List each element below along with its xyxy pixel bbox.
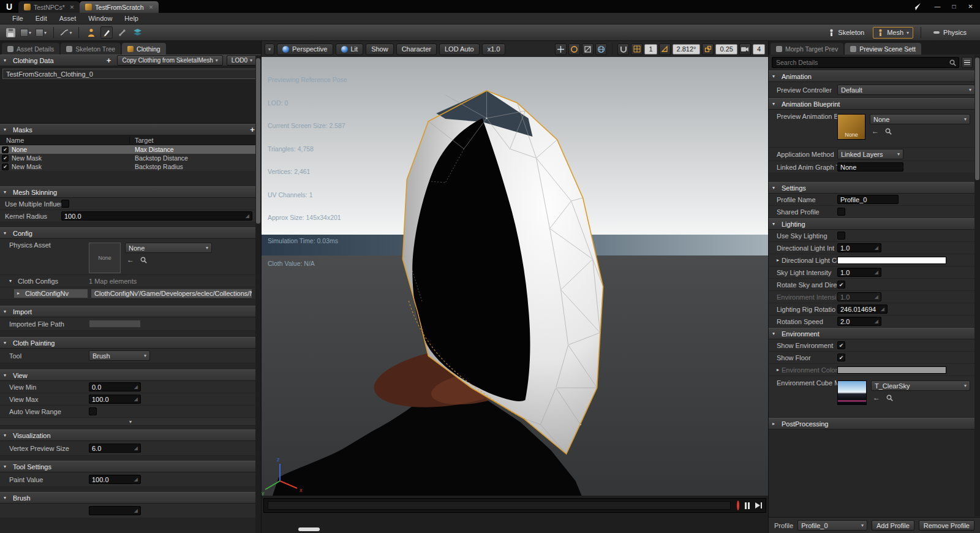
browse-icon[interactable]: [140, 257, 147, 263]
view-max-input[interactable]: 100.0◢: [89, 395, 141, 404]
vertex-preview-size-input[interactable]: 6.0◢: [89, 444, 141, 453]
expander-icon[interactable]: ▾: [9, 278, 15, 284]
copy-clothing-button[interactable]: Copy Clothing from SkeletalMesh ▾: [117, 55, 222, 66]
surface-snap-button[interactable]: [617, 43, 629, 55]
character-menu-button[interactable]: Character: [396, 43, 437, 55]
close-icon[interactable]: ✕: [149, 4, 154, 10]
advanced-expander[interactable]: ▾: [0, 418, 261, 426]
kernel-radius-input[interactable]: 100.0 ◢: [61, 211, 252, 221]
curves-dropdown[interactable]: ▾: [60, 26, 72, 39]
coordinate-space-button[interactable]: [595, 43, 607, 55]
add-profile-button[interactable]: Add Profile: [872, 520, 914, 531]
camera-speed-value[interactable]: 4: [753, 44, 765, 55]
sky-light-intensity-input[interactable]: 1.0◢: [837, 268, 881, 277]
show-menu-button[interactable]: Show: [366, 43, 394, 55]
preview-controller-dropdown[interactable]: Default ▾: [837, 85, 975, 95]
remove-profile-button[interactable]: Remove Profile: [919, 520, 974, 531]
rotation-snap-toggle[interactable]: [659, 43, 671, 55]
config-header[interactable]: ▾ Config: [0, 227, 261, 239]
shared-profile-checkbox[interactable]: [837, 208, 845, 216]
browse-asset-dropdown[interactable]: ▾: [20, 26, 32, 39]
mode-skeleton-button[interactable]: Skeleton: [824, 27, 869, 39]
mask-row[interactable]: ✔ None Max Distance: [0, 145, 261, 154]
show-environment-checkbox[interactable]: ✔: [837, 341, 845, 349]
rotation-speed-input[interactable]: 2.0◢: [837, 317, 881, 326]
menu-asset[interactable]: Asset: [53, 13, 83, 23]
clothing-asset-item[interactable]: TestFromScratch_Clothing_0: [2, 69, 258, 79]
tool-dropdown[interactable]: Brush ▾: [89, 350, 150, 361]
minimize-button[interactable]: —: [929, 1, 946, 12]
cloth-config-key[interactable]: ▸ ClothConfigNv: [13, 289, 88, 298]
directional-light-intensity-input[interactable]: 1.0◢: [837, 243, 881, 252]
cloth-configs-row[interactable]: ▾ Cloth Configs 1 Map elements: [0, 275, 261, 287]
preview-mesh-dropdown[interactable]: ▾: [35, 26, 47, 39]
viewport-3d-canvas[interactable]: x y z Previewing Reference Pose LOD: 0 C…: [262, 57, 768, 496]
brush-radius-input[interactable]: ◢: [89, 506, 141, 515]
view-min-input[interactable]: 0.0◢: [89, 382, 141, 391]
close-window-button[interactable]: ✕: [962, 1, 979, 12]
masks-header[interactable]: ▾ Masks +: [0, 124, 261, 135]
environment-cubemap-thumbnail[interactable]: [837, 380, 867, 405]
view-header[interactable]: ▾ View: [0, 369, 261, 381]
environment-cubemap-dropdown[interactable]: T_ClearSky ▾: [871, 380, 970, 391]
lod-auto-button[interactable]: LOD Auto: [439, 43, 480, 55]
scale-snap-toggle[interactable]: [702, 43, 714, 55]
search-details-input[interactable]: [772, 57, 959, 68]
browse-icon[interactable]: [885, 128, 892, 135]
cloth-config-value[interactable]: ClothConfigNv'/Game/Developers/eclec/Col…: [91, 289, 252, 298]
pause-button[interactable]: [745, 502, 750, 509]
environment-header[interactable]: ▾ Environment: [769, 328, 980, 339]
profile-dropdown[interactable]: Profile_0 ▾: [797, 520, 867, 531]
visualization-header[interactable]: ▾ Visualization: [0, 429, 261, 441]
asset-tab-testfromscratch[interactable]: TestFromScratch ✕: [80, 1, 159, 13]
tool-settings-header[interactable]: ▾ Tool Settings: [0, 461, 261, 472]
close-icon[interactable]: ✕: [70, 4, 75, 10]
paint-value-input[interactable]: 100.0◢: [89, 475, 141, 484]
scrollbar-thumb[interactable]: [975, 58, 979, 180]
grid-snap-value[interactable]: 1: [644, 44, 657, 55]
browse-icon[interactable]: [886, 395, 893, 401]
cloth-paint-toggle[interactable]: [100, 26, 113, 39]
mask-enabled-checkbox[interactable]: ✔: [2, 164, 9, 170]
left-panel-scrollbar[interactable]: [255, 55, 261, 533]
character-preview-button[interactable]: [85, 26, 97, 39]
profile-name-input[interactable]: Profile_0: [837, 195, 899, 204]
linked-anim-graph-value[interactable]: None: [837, 162, 903, 172]
step-forward-button[interactable]: [755, 502, 762, 508]
use-selected-icon[interactable]: ←: [873, 393, 880, 402]
animation-blueprint-dropdown[interactable]: None ▾: [870, 114, 970, 124]
tab-clothing[interactable]: Clothing: [122, 43, 166, 55]
animation-header[interactable]: ▾ Animation: [769, 70, 980, 82]
use-sky-lighting-checkbox[interactable]: [837, 232, 845, 240]
rotation-snap-value[interactable]: 2.812°: [673, 44, 701, 55]
grid-snap-toggle[interactable]: [631, 43, 643, 55]
use-multiple-influence-checkbox[interactable]: [61, 200, 69, 208]
perspective-button[interactable]: Perspective: [277, 43, 333, 55]
expander-icon[interactable]: ▸: [777, 257, 779, 263]
physics-asset-thumbnail[interactable]: None: [89, 243, 121, 273]
scale-snap-value[interactable]: 0.25: [715, 44, 737, 55]
mode-mesh-button[interactable]: Mesh ▾: [873, 27, 913, 39]
right-panel-scrollbar[interactable]: [974, 55, 980, 516]
sections-button[interactable]: [131, 26, 143, 39]
lighting-header[interactable]: ▾ Lighting: [769, 218, 980, 230]
use-selected-icon[interactable]: ←: [872, 127, 879, 135]
tab-skeleton-tree[interactable]: Skeleton Tree: [61, 43, 121, 55]
screen-size-button[interactable]: x1.0: [482, 43, 506, 55]
animation-blueprint-thumbnail[interactable]: None: [837, 114, 865, 140]
menu-file[interactable]: File: [6, 13, 29, 23]
use-selected-icon[interactable]: ←: [127, 255, 134, 264]
tab-morph-target-preview[interactable]: Morph Target Prev: [771, 43, 843, 55]
lit-mode-button[interactable]: Lit: [336, 43, 364, 55]
viewport-options-dropdown[interactable]: ▾: [265, 43, 274, 55]
menu-help[interactable]: Help: [118, 13, 145, 23]
expander-icon[interactable]: ▸: [17, 290, 23, 296]
rotate-tool-button[interactable]: [568, 43, 580, 55]
menu-edit[interactable]: Edit: [29, 13, 53, 23]
cloth-painting-header[interactable]: ▾ Cloth Painting: [0, 337, 261, 349]
show-floor-checkbox[interactable]: ✔: [837, 353, 845, 361]
save-button[interactable]: [4, 26, 17, 39]
application-method-dropdown[interactable]: Linked Layers ▾: [837, 149, 903, 159]
timeline-track[interactable]: [268, 501, 731, 510]
maximize-button[interactable]: □: [946, 1, 962, 12]
